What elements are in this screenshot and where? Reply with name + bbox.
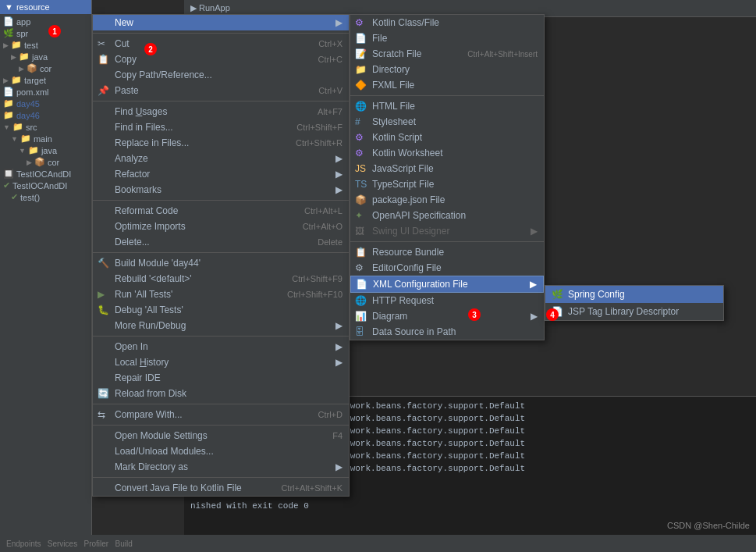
menu-label-copy: Copy — [115, 54, 137, 65]
separator-6 — [93, 404, 349, 404]
menu-item-openin[interactable]: Open In ▶ — [93, 339, 349, 354]
submenu-item-kotlin[interactable]: ⚙ Kotlin Class/File — [350, 15, 544, 30]
menu-item-build[interactable]: 🔨 Build Module 'day44' — [93, 255, 349, 271]
submenu-item-html[interactable]: 🌐 HTML File — [350, 98, 544, 114]
sidebar-item-pom[interactable]: 📄 pom.xml — [0, 86, 91, 98]
submenu-item-openapi[interactable]: ✦ OpenAPI Specification — [350, 208, 544, 223]
arrow-localhistory: ▶ — [335, 357, 343, 368]
menu-label-paste: Paste — [115, 85, 139, 96]
separator-5 — [93, 336, 349, 337]
paste-icon: 📌 — [98, 85, 109, 96]
sidebar-item-spr[interactable]: 🌿 spr — [0, 27, 91, 39]
submenu-item-stylesheet[interactable]: # Stylesheet — [350, 114, 544, 130]
sidebar-item-test[interactable]: ▶ 📁 test — [0, 39, 91, 51]
menu-item-rebuild[interactable]: Rebuild '<default>' Ctrl+Shift+F9 — [93, 271, 349, 287]
shortcut-run: Ctrl+Shift+F10 — [287, 290, 343, 299]
submenu-item-fxml[interactable]: 🔶 FXML File — [350, 77, 544, 93]
menu-item-replaceinfiles[interactable]: Replace in Files... Ctrl+Shift+R — [93, 135, 349, 151]
menu-item-reformat[interactable]: Reformat Code Ctrl+Alt+L — [93, 203, 349, 219]
menu-item-optimize[interactable]: Optimize Imports Ctrl+Alt+O — [93, 219, 349, 234]
sidebar-item-src[interactable]: ▼ 📁 src — [0, 121, 91, 133]
sidebar-item-target[interactable]: ▶ 📁 target — [0, 74, 91, 86]
menu-item-convert[interactable]: Convert Java File to Kotlin File Ctrl+Al… — [93, 480, 349, 496]
submenu-item-ts[interactable]: TS TypeScript File — [350, 176, 544, 192]
watermark: CSDN @Shen-Childe — [667, 521, 750, 530]
menu-item-new[interactable]: New ▶ — [93, 15, 349, 30]
menu-item-loadmodules[interactable]: Load/Unload Modules... — [93, 443, 349, 459]
menu-item-markdir[interactable]: Mark Directory as ▶ — [93, 459, 349, 475]
sidebar-item-testioc[interactable]: 🔲 TestIOCAndDI — [0, 168, 91, 180]
sidebar-item-java2[interactable]: ▼ 📁 java — [0, 144, 91, 156]
submenu-item-file[interactable]: 📄 File — [350, 30, 544, 46]
sidebar-item-testioc2[interactable]: ✔ TestIOCAndDI — [0, 180, 91, 191]
sidebar-item-cor[interactable]: ▶ 📦 cor — [0, 62, 91, 74]
menu-item-refactor[interactable]: Refactor ▶ — [93, 166, 349, 182]
menu-item-run[interactable]: ▶ Run 'All Tests' Ctrl+Shift+F10 — [93, 287, 349, 302]
sidebar-item-app[interactable]: 📄 app — [0, 16, 91, 27]
submenu-label-html: HTML File — [372, 101, 415, 112]
menu-item-repairide[interactable]: Repair IDE — [93, 370, 349, 386]
sidebar-item-cor2[interactable]: ▶ 📦 cor — [0, 156, 91, 168]
openapi-icon: ✦ — [355, 210, 363, 221]
menu-item-compare[interactable]: ⇆ Compare With... Ctrl+D — [93, 407, 349, 422]
submenu-label-file: File — [372, 33, 387, 44]
sidebar-item-day45[interactable]: 📁 day45 — [0, 98, 91, 109]
submenu-item-http[interactable]: 🌐 HTTP Request — [350, 293, 544, 308]
shortcut-optimize: Ctrl+Alt+O — [303, 222, 343, 231]
menu-label-rebuild: Rebuild '<default>' — [115, 273, 192, 284]
menu-item-copy[interactable]: 📋 Copy Ctrl+C — [93, 52, 349, 67]
submenu-item-package[interactable]: 📦 package.json File — [350, 192, 544, 208]
menu-label-copypath: Copy Path/Reference... — [115, 69, 212, 80]
separator-4 — [93, 252, 349, 253]
menu-label-optimize: Optimize Imports — [115, 221, 186, 232]
submenu-item-kotlinworksheet[interactable]: ⚙ Kotlin Worksheet — [350, 145, 544, 161]
kotlinworksheet-icon: ⚙ — [355, 148, 364, 158]
shortcut-copy: Ctrl+C — [318, 55, 343, 64]
menu-label-loadmodules: Load/Unload Modules... — [115, 446, 214, 457]
submenu-item-datasource[interactable]: 🗄 Data Source in Path — [350, 324, 544, 340]
xml-item-jsp[interactable]: 📄 JSP Tag Library Descriptor — [545, 303, 723, 320]
sidebar-item-day46[interactable]: 📁 day46 — [0, 109, 91, 121]
menu-item-findinfiles[interactable]: Find in Files... Ctrl+Shift+F — [93, 119, 349, 135]
submenu-label-xmlconfig: XML Configuration File — [373, 279, 468, 290]
submenu-item-resbundle[interactable]: 📋 Resource Bundle — [350, 244, 544, 260]
file-icon-pom: 📄 — [3, 87, 14, 97]
menu-item-debug[interactable]: 🐛 Debug 'All Tests' — [93, 302, 349, 318]
menu-item-localhistory[interactable]: Local History ▶ — [93, 354, 349, 370]
menu-item-bookmarks[interactable]: Bookmarks ▶ — [93, 182, 349, 198]
menu-item-paste[interactable]: 📌 Paste Ctrl+V — [93, 83, 349, 98]
compare-icon: ⇆ — [98, 409, 105, 420]
submenu-item-scratch[interactable]: 📝 Scratch File Ctrl+Alt+Shift+Insert — [350, 46, 544, 62]
menu-item-cut[interactable]: ✂ Cut Ctrl+X — [93, 36, 349, 52]
menu-item-analyze[interactable]: Analyze ▶ — [93, 151, 349, 166]
sidebar-header: ▼ resource — [0, 0, 91, 14]
submenu-item-js[interactable]: JS JavaScript File — [350, 161, 544, 176]
fxml-icon: 🔶 — [355, 80, 367, 91]
shortcut-scratch: Ctrl+Alt+Shift+Insert — [467, 50, 538, 59]
submenu-item-xmlconfig[interactable]: 📄 XML Configuration File ▶ — [350, 276, 544, 293]
submenu-item-kotlinscript[interactable]: ⚙ Kotlin Script — [350, 130, 544, 145]
submenu-item-diagram[interactable]: 📊 Diagram ▶ — [350, 308, 544, 324]
sidebar-label-day46: day46 — [16, 111, 40, 120]
badge-2: 2 — [144, 43, 157, 55]
sidebar-item-testmethod[interactable]: ✔ test() — [0, 191, 91, 203]
menu-item-delete[interactable]: Delete... Delete — [93, 234, 349, 250]
arrow-bookmarks: ▶ — [335, 184, 343, 195]
sidebar-label-cor: cor — [40, 64, 51, 73]
build-icon: 🔨 — [98, 258, 109, 269]
folder-icon-java: 📁 — [19, 52, 30, 62]
menu-item-modulesettings[interactable]: Open Module Settings F4 — [93, 428, 349, 443]
menu-item-copypath[interactable]: Copy Path/Reference... — [93, 67, 349, 83]
sidebar-label-day45: day45 — [16, 99, 40, 109]
submenu-item-editorconfig[interactable]: ⚙ EditorConfig File — [350, 260, 544, 276]
menu-label-build: Build Module 'day44' — [115, 258, 201, 269]
submenu-item-directory[interactable]: 📁 Directory — [350, 62, 544, 77]
xml-item-spring[interactable]: 🌿 Spring Config — [545, 286, 723, 303]
sidebar-item-main[interactable]: ▼ 📁 main — [0, 133, 91, 144]
run-tab[interactable]: ▶ RunApp — [190, 3, 230, 13]
menu-item-reload[interactable]: 🔄 Reload from Disk — [93, 386, 349, 401]
menu-item-morerun[interactable]: More Run/Debug ▶ — [93, 318, 349, 333]
sidebar-label-pom: pom.xml — [16, 87, 49, 97]
menu-item-findusages[interactable]: Find Usages Alt+F7 — [93, 104, 349, 119]
sidebar-item-java[interactable]: ▶ 📁 java — [0, 51, 91, 62]
